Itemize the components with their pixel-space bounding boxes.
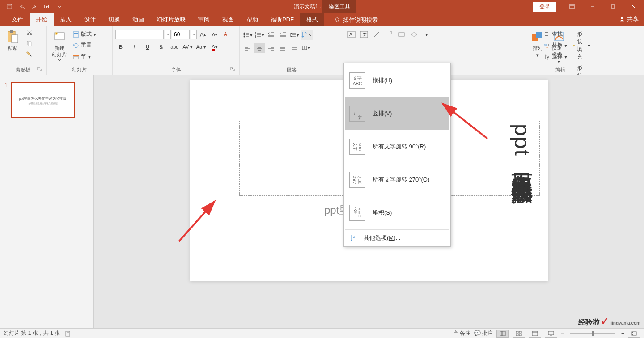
share-button[interactable]: 共享	[619, 15, 639, 23]
justify-button[interactable]	[277, 43, 288, 53]
find-button[interactable]: 查找	[542, 30, 569, 39]
section-button[interactable]: 节 ▾	[71, 52, 98, 61]
slide-thumbnail[interactable]: 1 ppt里面怎么将文字改为竖排版 ppt里面怎么将文字改为竖排版	[4, 82, 89, 118]
spell-check-icon[interactable]	[65, 330, 72, 337]
align-left-button[interactable]	[242, 43, 253, 53]
chevron-down-icon[interactable]	[191, 30, 197, 39]
comments-button[interactable]: 💬 批注	[474, 330, 493, 337]
decrease-font-button[interactable]: A▾	[209, 30, 220, 39]
columns-button[interactable]: ▾	[301, 43, 311, 53]
align-center-button[interactable]	[254, 43, 265, 53]
dd-rotate-90[interactable]: ABC文字 所有文字旋转 90°(R)	[345, 130, 449, 163]
increase-indent-button[interactable]	[277, 30, 288, 40]
vertical-text[interactable]: ppt里面怎么将文字改为竖排版	[509, 124, 535, 167]
login-button[interactable]: 登录	[533, 2, 556, 12]
select-button[interactable]: 选择 ▾	[542, 52, 569, 61]
numbering-button[interactable]: 123▾	[254, 30, 265, 40]
save-icon[interactable]	[4, 2, 14, 12]
tell-me-search[interactable]: 操作说明搜索	[328, 14, 384, 26]
bold-button[interactable]: B	[115, 42, 126, 52]
paste-button[interactable]: 粘贴	[3, 28, 22, 56]
tab-foxit-pdf[interactable]: 福昕PDF	[264, 13, 300, 26]
tab-home[interactable]: 开始	[30, 13, 54, 26]
char-spacing-button[interactable]: AV ▾	[182, 42, 193, 52]
dialog-launcher-icon[interactable]	[229, 67, 236, 73]
tab-transitions[interactable]: 切换	[102, 13, 126, 26]
shape-line-icon[interactable]	[371, 30, 382, 39]
start-from-beginning-icon[interactable]	[42, 2, 52, 12]
dd-rotate-270[interactable]: ABC文字 所有文字旋转 270°(O)	[345, 163, 449, 196]
ribbon-tabs: 文件 开始 插入 设计 切换 动画 幻灯片放映 审阅 视图 帮助 福昕PDF 格…	[0, 13, 644, 26]
zoom-in-button[interactable]: +	[621, 330, 624, 337]
sorter-view-button[interactable]	[513, 330, 525, 338]
underline-button[interactable]: U	[142, 42, 153, 52]
thumbnail-preview[interactable]: ppt里面怎么将文字改为竖排版 ppt里面怎么将文字改为竖排版	[11, 82, 75, 118]
group-clipboard: 粘贴 剪贴板	[0, 26, 47, 75]
minimize-icon[interactable]	[582, 0, 603, 13]
font-color-button[interactable]: A ▾	[209, 42, 220, 52]
tab-design[interactable]: 设计	[78, 13, 102, 26]
align-right-button[interactable]	[266, 43, 276, 53]
svg-rect-2	[570, 4, 574, 9]
format-painter-button[interactable]	[24, 49, 35, 59]
dd-stacked[interactable]: 文 A字 B C 堆积(S)	[345, 196, 449, 229]
group-label: 段落	[242, 65, 340, 74]
svg-rect-0	[8, 4, 10, 6]
section-icon	[73, 54, 79, 60]
reset-button[interactable]: 重置	[71, 41, 98, 50]
replace-button[interactable]: abac替换 ▾	[542, 41, 569, 50]
increase-font-button[interactable]: A▴	[198, 30, 208, 39]
dd-more-options[interactable]: A 其他选项(M)...	[345, 229, 449, 245]
slide-thumbnail-panel[interactable]: 1 ppt里面怎么将文字改为竖排版 ppt里面怎么将文字改为竖排版	[0, 75, 94, 328]
close-icon[interactable]	[623, 0, 644, 13]
redo-icon[interactable]	[30, 2, 39, 12]
clear-formatting-button[interactable]: A	[221, 30, 232, 39]
layout-button[interactable]: 版式 ▾	[71, 30, 98, 39]
tab-review[interactable]: 审阅	[192, 13, 216, 26]
copy-button[interactable]	[24, 38, 35, 48]
new-slide-button[interactable]: 新建 幻灯片	[49, 28, 69, 63]
status-bar: 幻灯片 第 1 张，共 1 张 ≜ 备注 💬 批注 − +	[0, 328, 644, 338]
shape-vertical-textbox-icon[interactable]: 文	[359, 30, 369, 39]
notes-button[interactable]: ≜ 备注	[453, 330, 470, 337]
chevron-down-icon[interactable]	[165, 30, 171, 39]
shape-textbox-icon[interactable]: A	[346, 30, 357, 39]
tab-view[interactable]: 视图	[216, 13, 240, 26]
shape-rect-icon[interactable]	[396, 30, 407, 39]
shapes-more-icon[interactable]: ▾	[421, 30, 432, 39]
zoom-slider[interactable]	[570, 333, 615, 334]
ribbon-display-options-icon[interactable]	[562, 0, 582, 13]
strikethrough-button[interactable]: abc	[169, 42, 180, 52]
reading-view-button[interactable]	[529, 330, 541, 338]
tab-animations[interactable]: 动画	[126, 13, 150, 26]
reading-icon	[532, 331, 538, 336]
dd-horizontal[interactable]: 文字ABC 横排(H)	[345, 64, 449, 97]
shape-arrow-icon[interactable]	[384, 30, 394, 39]
shape-oval-icon[interactable]	[409, 30, 419, 39]
fit-to-window-button[interactable]	[628, 330, 640, 338]
font-size-input[interactable]: 60	[172, 30, 190, 39]
text-direction-button[interactable]: A	[301, 30, 313, 40]
italic-button[interactable]: I	[129, 42, 140, 52]
undo-icon[interactable]	[17, 2, 27, 12]
cut-button[interactable]	[24, 28, 35, 38]
normal-view-button[interactable]	[496, 330, 509, 338]
line-spacing-button[interactable]: ▾	[289, 30, 300, 40]
qat-dropdown-icon[interactable]	[55, 2, 64, 12]
distribute-button[interactable]	[289, 43, 300, 53]
dialog-launcher-icon[interactable]	[36, 67, 42, 73]
maximize-icon[interactable]	[603, 0, 623, 13]
tab-file[interactable]: 文件	[5, 13, 30, 26]
change-case-button[interactable]: Aa ▾	[196, 42, 207, 52]
tab-insert[interactable]: 插入	[54, 13, 78, 26]
slideshow-view-button[interactable]	[545, 330, 557, 338]
tab-format[interactable]: 格式	[300, 13, 324, 26]
decrease-indent-button[interactable]	[266, 30, 276, 40]
tab-help[interactable]: 帮助	[240, 13, 264, 26]
bullets-button[interactable]: ▾	[242, 30, 253, 40]
dd-vertical[interactable]: 文字→ 竖排(V)	[345, 97, 449, 130]
zoom-out-button[interactable]: −	[561, 330, 564, 337]
font-name-input[interactable]	[115, 30, 164, 39]
shadow-button[interactable]: S	[156, 42, 166, 52]
tab-slideshow[interactable]: 幻灯片放映	[150, 13, 192, 26]
